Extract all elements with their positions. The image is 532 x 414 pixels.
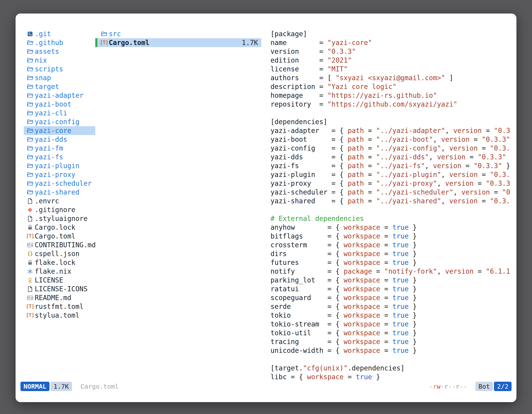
preview-line: crossterm = { workspace = true } [270,241,512,249]
file-name: .gitignore [35,205,76,214]
preview-line: yazi-fs = { path = "../yazi-fs", version… [270,161,512,170]
file-row[interactable]: snap [24,73,95,82]
file-row[interactable]: [T] stylua.toml [24,311,95,320]
size-badge: 1.7K [50,382,72,391]
preview-line: [package] [270,29,512,38]
preview-line: ratatui = { workspace = true } [270,285,512,293]
yazi-window: .git .github assets nix scripts snap tar… [16,13,516,402]
file-row[interactable]: yazi-dds [24,135,95,144]
preview-line: serde = { workspace = true } [270,302,512,311]
preview-line: notify = { package = "notify-fork", vers… [270,267,512,276]
file-name: yazi-proxy [35,170,76,179]
markdown-icon [25,293,35,302]
file-name: yazi-config [35,117,80,126]
panes-container: .git .github assets nix scripts snap tar… [24,29,512,383]
file-row[interactable]: src [95,29,261,38]
preview-line: yazi-adapter = { path = "../yazi-adapter… [270,126,512,135]
file-row[interactable]: README.md [24,293,95,302]
preview-line: # External dependencies [270,214,512,223]
file-icon [25,197,35,205]
preview-line [270,205,512,214]
preview-pane[interactable]: [package]name = "yazi-core"version = "0.… [270,29,512,381]
file-name: .git [35,29,51,38]
preview-line: repository = "https://github.com/sxyazi/… [270,100,512,109]
file-row[interactable]: yazi-scheduler [24,179,95,188]
folder-icon [25,73,35,82]
mode-badge: NORMAL [20,382,49,391]
file-name: flake.lock [35,258,76,267]
file-row[interactable]: target [24,82,95,91]
toml-icon: [T] [99,38,109,47]
file-row[interactable]: yazi-proxy [24,170,95,179]
file-row[interactable]: yazi-config [24,117,95,126]
folder-icon [25,144,35,153]
file-row[interactable]: .envrc [24,197,95,205]
folder-icon [25,135,35,144]
file-name: yazi-fm [35,144,63,153]
folder-icon [25,38,35,47]
file-row[interactable]: .git [24,29,95,38]
toml-icon: [T] [25,232,35,241]
file-name: rustfmt.toml [35,302,83,311]
file-row[interactable]: yazi-fs [24,153,95,161]
preview-line: bitflags = { workspace = true } [270,232,512,241]
file-name: yazi-scheduler [35,179,92,188]
preview-line: libc = { workspace = true } [270,373,512,381]
preview-line: yazi-scheduler = { path = "../yazi-sched… [270,188,512,197]
file-row[interactable]: yazi-plugin [24,161,95,170]
file-row[interactable]: flake.lock [24,258,95,267]
file-row[interactable]: .github [24,38,95,47]
folder-icon [99,29,109,38]
file-row[interactable]: .styluaignore [24,214,95,223]
file-row[interactable]: LICENSE [24,276,95,285]
file-row[interactable]: yazi-boot [24,100,95,109]
file-row[interactable]: [T] rustfmt.toml [24,302,95,311]
preview-line: tracing = { workspace = true } [270,337,512,346]
folder-icon [25,117,35,126]
file-name: Cargo.toml [35,232,76,241]
file-name: yazi-fs [35,153,63,161]
file-row[interactable]: Cargo.lock [24,223,95,232]
current-pane: src [T] Cargo.toml 1.7K [95,29,261,47]
file-row[interactable]: yazi-adapter [24,91,95,100]
folder-icon [25,82,35,91]
file-name: yazi-adapter [35,91,83,100]
file-row[interactable]: scripts [24,65,95,73]
status-bar: NORMAL 1.7K Cargo.toml -rw-r--r-- Bot 2/… [20,382,512,391]
folder-icon [25,47,35,56]
file-name: LICENSE [35,276,63,285]
file-row[interactable]: [T] Cargo.toml 1.7K [95,38,261,47]
file-name: yazi-cli [35,109,67,117]
file-row[interactable]: assets [24,47,95,56]
file-name: Cargo.toml [109,38,150,47]
file-name: .envrc [35,197,59,205]
file-row[interactable]: yazi-cli [24,109,95,117]
file-name: yazi-core [35,126,71,135]
preview-line: yazi-config = { path = "../yazi-config",… [270,144,512,153]
folder-icon [25,100,35,109]
file-row[interactable]: yazi-shared [24,188,95,197]
file-row[interactable]: .gitignore [24,205,95,214]
file-name: yazi-boot [35,100,71,109]
file-row[interactable]: nix [24,56,95,65]
git-icon [25,205,35,214]
preview-line: futures = { workspace = true } [270,258,512,267]
file-row[interactable]: LICENSE-ICONS [24,285,95,293]
cursor-badge: 2/2 [494,382,512,391]
file-name: target [35,82,59,91]
license-icon [25,276,35,285]
preview-line: tokio-util = { workspace = true } [270,328,512,337]
file-row[interactable]: flake.nix [24,267,95,276]
file-row[interactable]: [T] Cargo.toml [24,232,95,241]
markdown-icon [25,241,35,249]
toml-icon: [T] [25,302,35,311]
file-row[interactable]: yazi-core [24,126,95,135]
preview-line: yazi-plugin = { path = "../yazi-plugin",… [270,170,512,179]
file-row[interactable]: CONTRIBUTING.md [24,241,95,249]
file-name: yazi-dds [35,135,67,144]
file-row[interactable]: {} cspell.json [24,249,95,258]
lock-icon [25,258,35,267]
preview-line: [target."cfg(unix)".dependencies] [270,364,512,373]
toml-icon: [T] [25,311,35,320]
file-row[interactable]: yazi-fm [24,144,95,153]
